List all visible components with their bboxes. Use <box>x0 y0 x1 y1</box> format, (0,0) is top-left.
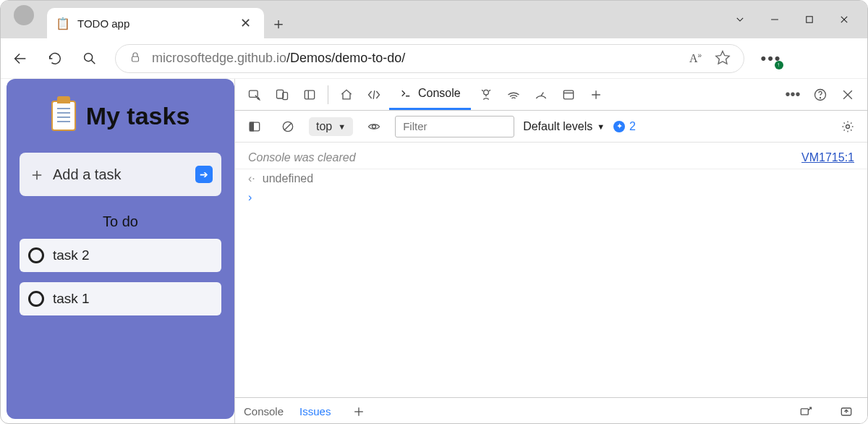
tab-close-button[interactable]: ✕ <box>236 14 255 33</box>
chevron-down-icon[interactable] <box>723 5 757 34</box>
devtools-panel: Console ••• top ▼ Default levels ▼ <box>234 79 867 424</box>
console-tab-label: Console <box>418 87 461 100</box>
task-name: task 1 <box>53 291 90 307</box>
log-levels-selector[interactable]: Default levels ▼ <box>523 120 605 133</box>
live-expression-icon[interactable] <box>362 114 386 139</box>
levels-label: Default levels <box>523 120 592 133</box>
issue-count: 2 <box>629 120 636 133</box>
network-tab-icon[interactable] <box>501 82 526 107</box>
svg-point-32 <box>373 124 376 128</box>
task-item[interactable]: task 1 <box>20 282 221 315</box>
todo-app: My tasks ＋ Add a task ➔ To do task 2 tas… <box>7 79 234 419</box>
url-box[interactable]: microsoftedge.github.io/Demos/demo-to-do… <box>115 44 744 73</box>
console-return-row: ‹· undefined <box>244 169 859 188</box>
more-tabs-button[interactable] <box>584 82 608 107</box>
devtools-tabs: Console ••• <box>235 79 867 111</box>
clipboard-icon <box>51 101 76 131</box>
svg-marker-8 <box>716 51 729 63</box>
inspect-icon[interactable] <box>242 82 267 107</box>
app-title: My tasks <box>86 102 190 130</box>
svg-line-31 <box>284 123 292 130</box>
console-tab[interactable]: Console <box>389 79 471 110</box>
svg-rect-29 <box>250 122 253 131</box>
new-tab-button[interactable]: ＋ <box>264 9 293 38</box>
return-arrow-icon: ‹· <box>248 172 255 185</box>
profile-avatar[interactable] <box>14 5 34 25</box>
back-button[interactable] <box>11 49 30 68</box>
console-settings-icon[interactable] <box>835 114 860 139</box>
issues-indicator[interactable]: ✦ 2 <box>613 120 636 133</box>
svg-rect-12 <box>305 90 314 99</box>
performance-tab-icon[interactable] <box>529 82 553 107</box>
svg-line-6 <box>91 60 95 64</box>
task-checkbox[interactable] <box>28 291 44 307</box>
drawer-add-button[interactable] <box>346 399 371 424</box>
console-cleared-message: Console was cleared VM1715:1 <box>235 147 867 169</box>
console-toolbar: top ▼ Default levels ▼ ✦ 2 <box>235 111 867 143</box>
url-text: microsoftedge.github.io/Demos/demo-to-do… <box>152 51 405 66</box>
address-bar: microsoftedge.github.io/Demos/demo-to-do… <box>1 38 867 79</box>
filter-input[interactable] <box>395 116 514 137</box>
task-checkbox[interactable] <box>28 247 44 263</box>
svg-rect-20 <box>563 90 573 99</box>
svg-line-14 <box>373 90 375 99</box>
add-task-input[interactable]: ＋ Add a task ➔ <box>20 153 221 196</box>
lock-icon <box>129 51 142 67</box>
window-controls <box>723 1 861 38</box>
favorite-icon[interactable] <box>715 49 731 68</box>
svg-line-19 <box>541 92 543 96</box>
drawer-dock-icon[interactable] <box>834 399 859 424</box>
svg-point-25 <box>820 97 821 98</box>
device-icon[interactable] <box>270 82 294 107</box>
svg-rect-36 <box>801 408 808 414</box>
console-prompt[interactable]: › <box>244 188 859 207</box>
console-output[interactable]: Console was cleared VM1715:1 ‹· undefine… <box>235 143 867 397</box>
drawer-expand-icon[interactable] <box>793 399 818 424</box>
browser-tab[interactable]: 📋 TODO app ✕ <box>47 8 264 38</box>
close-devtools-button[interactable] <box>835 82 860 107</box>
maximize-button[interactable] <box>792 5 827 34</box>
task-item[interactable]: task 2 <box>20 239 221 272</box>
browser-menu-button[interactable]: ••• <box>760 49 782 68</box>
close-window-button[interactable] <box>827 5 861 34</box>
add-task-label: Add a task <box>53 166 188 183</box>
clear-console-icon[interactable] <box>276 114 300 139</box>
refresh-button[interactable] <box>46 49 64 68</box>
read-aloud-icon[interactable]: A» <box>689 51 702 65</box>
panel-toggle-icon[interactable] <box>297 82 322 107</box>
titlebar: 📋 TODO app ✕ ＋ <box>1 1 867 38</box>
source-link[interactable]: VM1715:1 <box>801 151 854 164</box>
submit-task-button[interactable]: ➔ <box>195 166 213 183</box>
toggle-sidebar-icon[interactable] <box>242 114 267 139</box>
svg-point-33 <box>846 124 850 128</box>
context-selector[interactable]: top ▼ <box>309 117 353 136</box>
undefined-value: undefined <box>263 172 313 185</box>
svg-rect-1 <box>807 17 812 22</box>
todo-heading: To do <box>20 213 221 230</box>
sources-tab-icon[interactable] <box>474 82 498 107</box>
tab-favicon: 📋 <box>56 17 70 30</box>
plus-icon: ＋ <box>28 163 46 186</box>
drawer-console-tab[interactable]: Console <box>244 405 284 417</box>
more-tools-icon[interactable]: ••• <box>780 82 805 107</box>
svg-line-17 <box>482 90 483 91</box>
minimize-button[interactable] <box>757 5 792 34</box>
drawer-issues-tab[interactable]: Issues <box>299 405 331 417</box>
svg-point-16 <box>483 90 488 95</box>
svg-point-5 <box>85 53 93 61</box>
context-label: top <box>316 120 332 133</box>
svg-line-18 <box>489 90 490 91</box>
tab-title: TODO app <box>77 17 229 30</box>
search-button[interactable] <box>80 49 99 68</box>
svg-rect-7 <box>132 56 139 62</box>
devtools-drawer: Console Issues <box>235 397 867 424</box>
welcome-tab-icon[interactable] <box>334 82 359 107</box>
help-icon[interactable] <box>808 82 833 107</box>
task-name: task 2 <box>53 247 90 263</box>
issue-dot-icon: ✦ <box>613 121 625 132</box>
application-tab-icon[interactable] <box>556 82 581 107</box>
prompt-icon: › <box>248 191 252 204</box>
elements-tab-icon[interactable] <box>362 82 386 107</box>
